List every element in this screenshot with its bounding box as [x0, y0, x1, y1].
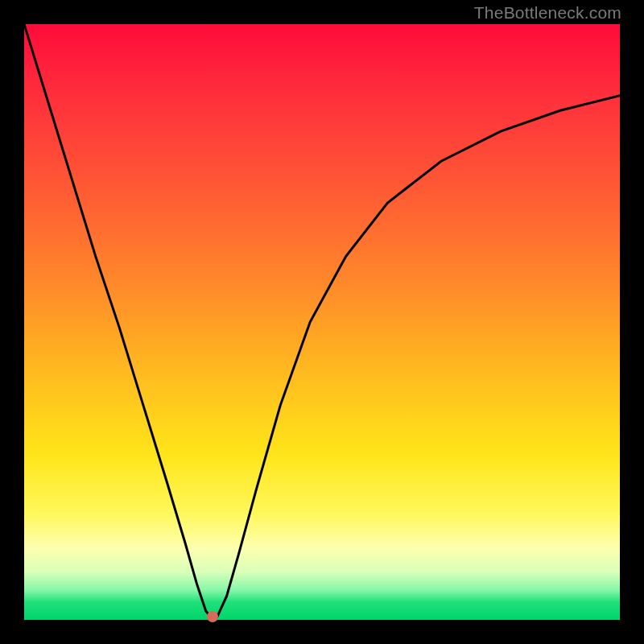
curve-svg [24, 24, 620, 620]
minimum-marker-dot [207, 611, 218, 622]
plot-area [24, 24, 620, 620]
bottleneck-curve [24, 24, 620, 617]
watermark-text: TheBottleneck.com [474, 3, 621, 23]
chart-frame: TheBottleneck.com [0, 0, 644, 644]
